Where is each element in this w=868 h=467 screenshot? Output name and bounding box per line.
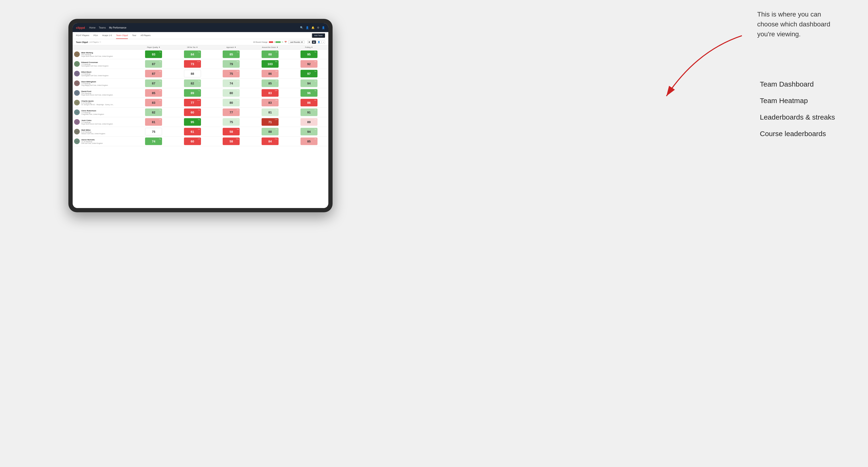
tab-all-players[interactable]: All Players — [141, 32, 151, 39]
download-button[interactable]: ↓ — [322, 40, 325, 44]
score-change: 3▲ — [237, 90, 239, 91]
score-value: 75 — [229, 72, 233, 75]
score-box: 87 4▲ — [145, 80, 162, 87]
score-value: 86 — [269, 72, 272, 75]
positive-bar — [276, 41, 281, 43]
avatar: EE — [74, 71, 80, 76]
ipad-screen: clippd Home Teams My Performance 🔍 👤 🔔 ⚙… — [73, 23, 328, 208]
col-header-tee[interactable]: Off the Tee ▼ — [173, 45, 212, 50]
table-row[interactable]: DB Dave Billingham 1-5 Handicap Gog Mago… — [73, 79, 328, 88]
tab-pga[interactable]: PGA — [93, 32, 98, 39]
score-cell: 88 -1▼ — [251, 50, 290, 59]
table-row[interactable]: BM Blair McHarg Plus Handicap Royal Nort… — [73, 50, 328, 59]
ipad-frame: clippd Home Teams My Performance 🔍 👤 🔔 ⚙… — [68, 19, 333, 212]
col-header-approach[interactable]: Approach ▼ — [212, 45, 251, 50]
score-change: -10▼ — [275, 90, 278, 91]
score-cell: 80 3▲ — [212, 88, 251, 98]
score-box: 87 -3▼ — [145, 70, 162, 77]
score-cell: 85 -3▼ — [251, 79, 290, 88]
player-cell: BM Blair McHarg Plus Handicap Royal Nort… — [73, 50, 134, 58]
score-value: 92 — [307, 62, 310, 66]
score-change: 8▲ — [237, 51, 239, 53]
profile-icon[interactable]: 👤 — [306, 26, 309, 29]
avatar: MM — [74, 129, 80, 134]
tab-pgat-players[interactable]: PGAT Players — [76, 32, 89, 39]
score-change: 7▲ — [198, 90, 200, 91]
col-header-putting[interactable]: Putting ▼ — [289, 45, 328, 50]
avatar-icon[interactable]: 👤 — [322, 26, 325, 29]
nav-icons: 🔍 👤 🔔 ⚙ 👤 — [300, 26, 325, 29]
search-icon[interactable]: 🔍 — [300, 26, 303, 29]
score-change: -1▼ — [198, 138, 200, 139]
nav-teams[interactable]: Teams — [99, 26, 106, 29]
score-value: 71 — [269, 120, 272, 124]
person-view-button[interactable]: 👤 — [316, 40, 321, 44]
player-name: David Ford — [81, 90, 113, 92]
table-row[interactable]: CQ Charlie Quick 6-10 Handicap St. Georg… — [73, 98, 328, 107]
score-box: 81 -3▼ — [145, 118, 162, 126]
score-box: 88 — [184, 70, 201, 77]
player-handicap: 1-5 Handicap — [81, 83, 108, 85]
score-box: 85 -3▼ — [261, 80, 279, 87]
score-value: 89 — [307, 120, 310, 124]
round-change-label: 20 Round Change — [253, 41, 268, 43]
score-cell: 88 -2▼ — [251, 127, 290, 136]
score-cell: 88 — [173, 69, 212, 79]
nav-my-performance[interactable]: My Performance — [109, 26, 126, 29]
last-rounds-button[interactable]: Last Rounds: 20 — [288, 40, 305, 44]
score-box: 94 3▲ — [301, 128, 317, 135]
score-change: 4▲ — [159, 80, 161, 82]
avatar: BM — [74, 52, 80, 57]
score-box: 93 4▲ — [145, 51, 162, 58]
score-box: 84 6▲ — [184, 51, 201, 58]
add-team-button[interactable]: Add Team — [312, 33, 325, 38]
score-change: -1▼ — [275, 51, 278, 53]
nav-home[interactable]: Home — [89, 26, 96, 29]
player-club: Drift Golf Club, United Kingdom — [81, 143, 103, 144]
col-header-quality[interactable]: Player Quality ▼ — [134, 45, 173, 50]
score-box: 80 1▲ — [223, 99, 240, 106]
score-box: 89 -2▼ — [301, 118, 317, 126]
score-value: 60 — [191, 111, 194, 114]
table-row[interactable]: AN Aaron Nicholls 11-15 Handicap Drift G… — [73, 136, 328, 146]
tab-team-clippd[interactable]: Team Clippd — [116, 32, 128, 39]
score-cell: 58 4▲ — [212, 127, 251, 136]
score-change: -3▼ — [159, 99, 161, 101]
score-change: -3▼ — [275, 80, 278, 82]
score-box: 103 15▲ — [261, 60, 279, 68]
score-cell: 80 1▲ — [212, 98, 251, 107]
table-row[interactable]: EC Edward Crossman 1-5 Handicap Sunningd… — [73, 59, 328, 69]
col-header-green[interactable]: Around the Green ▼ — [251, 45, 290, 50]
bell-icon[interactable]: 🔔 — [311, 26, 315, 29]
avatar: JC — [74, 119, 80, 125]
table-row[interactable]: DF David Ford Plus Handicap Royal North … — [73, 88, 328, 98]
tab-tour[interactable]: Tour — [132, 32, 136, 39]
player-club: Gog Magog Golf Club, United Kingdom — [81, 85, 108, 86]
table-row[interactable]: CR Chris Robertson 1-5 Handicap Craigmil… — [73, 107, 328, 117]
table-row[interactable]: EE Elliot Ebert 1-5 Handicap Sunningdale… — [73, 69, 328, 79]
score-box: 85 -3▼ — [145, 89, 162, 97]
player-info: Elliot Ebert 1-5 Handicap Sunningdale Go… — [81, 71, 108, 76]
score-box: 86 -6▼ — [261, 70, 279, 77]
score-value: 75 — [229, 120, 233, 124]
player-info: Dave Billingham 1-5 Handicap Gog Magog G… — [81, 81, 108, 86]
score-value: 83 — [152, 101, 155, 104]
table-view-button[interactable]: ▦ — [312, 40, 316, 44]
score-cell: 86 -6▼ — [251, 69, 290, 79]
table-row[interactable]: MM Matt Miller 6-10 Handicap Woburn Golf… — [73, 127, 328, 136]
grid-view-button[interactable]: ⊞ — [307, 40, 311, 44]
player-name: Dave Billingham — [81, 81, 108, 83]
player-handicap: 1-5 Handicap — [81, 63, 108, 65]
score-value: 83 — [269, 101, 272, 104]
score-value: 86 — [307, 101, 310, 104]
player-handicap: Plus Handicap — [81, 92, 113, 94]
edit-icon[interactable]: ✏ — [99, 41, 101, 43]
score-value: 74 — [229, 82, 233, 85]
score-box: 82 -3▲ — [145, 108, 162, 116]
score-value: 79 — [229, 62, 233, 66]
tab-hcaps[interactable]: Hcaps 1-5 — [102, 32, 112, 39]
settings-icon[interactable]: ⚙ — [317, 26, 319, 29]
table-row[interactable]: JC Josh Coles 1-5 Handicap Royal North D… — [73, 117, 328, 127]
player-name: Charlie Quick — [81, 100, 114, 102]
player-club: Craigmillar Park, United Kingdom — [81, 114, 104, 115]
